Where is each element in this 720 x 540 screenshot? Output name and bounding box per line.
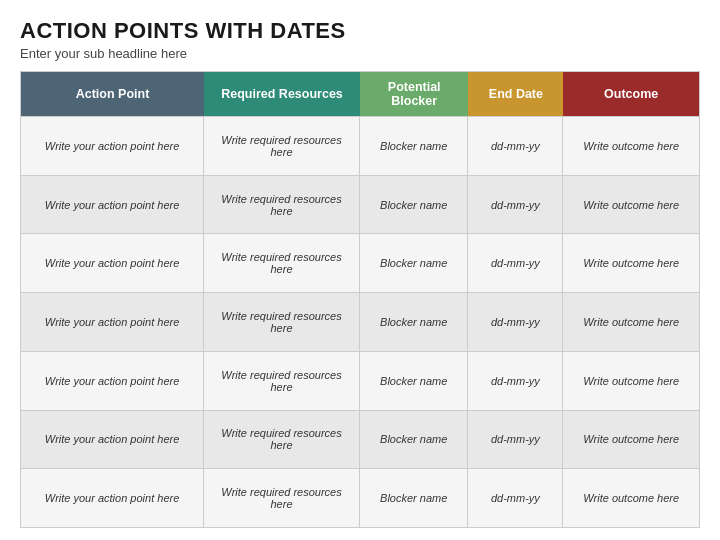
- cell-blocker[interactable]: Blocker name: [360, 352, 468, 410]
- header-action-point: Action Point: [21, 72, 204, 116]
- page-subtitle: Enter your sub headline here: [20, 46, 700, 61]
- cell-resources[interactable]: Write required resources here: [204, 411, 360, 469]
- table-body: Write your action point hereWrite requir…: [21, 116, 699, 527]
- table-header: Action Point Required Resources Potentia…: [21, 72, 699, 116]
- cell-outcome[interactable]: Write outcome here: [563, 176, 699, 234]
- cell-action-point[interactable]: Write your action point here: [21, 117, 204, 175]
- cell-action-point[interactable]: Write your action point here: [21, 176, 204, 234]
- cell-outcome[interactable]: Write outcome here: [563, 352, 699, 410]
- table-row: Write your action point hereWrite requir…: [21, 233, 699, 292]
- cell-action-point[interactable]: Write your action point here: [21, 234, 204, 292]
- cell-action-point[interactable]: Write your action point here: [21, 411, 204, 469]
- cell-outcome[interactable]: Write outcome here: [563, 234, 699, 292]
- cell-blocker[interactable]: Blocker name: [360, 234, 468, 292]
- cell-resources[interactable]: Write required resources here: [204, 469, 360, 527]
- table-row: Write your action point hereWrite requir…: [21, 116, 699, 175]
- cell-outcome[interactable]: Write outcome here: [563, 469, 699, 527]
- cell-action-point[interactable]: Write your action point here: [21, 293, 204, 351]
- cell-end-date[interactable]: dd-mm-yy: [468, 117, 563, 175]
- cell-resources[interactable]: Write required resources here: [204, 117, 360, 175]
- cell-end-date[interactable]: dd-mm-yy: [468, 469, 563, 527]
- cell-resources[interactable]: Write required resources here: [204, 176, 360, 234]
- cell-action-point[interactable]: Write your action point here: [21, 469, 204, 527]
- table-row: Write your action point hereWrite requir…: [21, 292, 699, 351]
- page: ACTION POINTS WITH DATES Enter your sub …: [0, 0, 720, 540]
- cell-blocker[interactable]: Blocker name: [360, 469, 468, 527]
- header-blocker: Potential Blocker: [360, 72, 468, 116]
- cell-outcome[interactable]: Write outcome here: [563, 117, 699, 175]
- table-row: Write your action point hereWrite requir…: [21, 468, 699, 527]
- cell-blocker[interactable]: Blocker name: [360, 117, 468, 175]
- table-row: Write your action point hereWrite requir…: [21, 351, 699, 410]
- cell-end-date[interactable]: dd-mm-yy: [468, 293, 563, 351]
- cell-outcome[interactable]: Write outcome here: [563, 411, 699, 469]
- table-row: Write your action point hereWrite requir…: [21, 175, 699, 234]
- header-outcome: Outcome: [563, 72, 699, 116]
- cell-resources[interactable]: Write required resources here: [204, 293, 360, 351]
- cell-resources[interactable]: Write required resources here: [204, 234, 360, 292]
- main-table: Action Point Required Resources Potentia…: [20, 71, 700, 528]
- cell-resources[interactable]: Write required resources here: [204, 352, 360, 410]
- cell-end-date[interactable]: dd-mm-yy: [468, 411, 563, 469]
- page-title: ACTION POINTS WITH DATES: [20, 18, 700, 44]
- cell-end-date[interactable]: dd-mm-yy: [468, 234, 563, 292]
- cell-blocker[interactable]: Blocker name: [360, 176, 468, 234]
- table-row: Write your action point hereWrite requir…: [21, 410, 699, 469]
- cell-action-point[interactable]: Write your action point here: [21, 352, 204, 410]
- cell-end-date[interactable]: dd-mm-yy: [468, 352, 563, 410]
- cell-outcome[interactable]: Write outcome here: [563, 293, 699, 351]
- cell-blocker[interactable]: Blocker name: [360, 411, 468, 469]
- header-resources: Required Resources: [204, 72, 360, 116]
- cell-end-date[interactable]: dd-mm-yy: [468, 176, 563, 234]
- header-end-date: End Date: [468, 72, 563, 116]
- cell-blocker[interactable]: Blocker name: [360, 293, 468, 351]
